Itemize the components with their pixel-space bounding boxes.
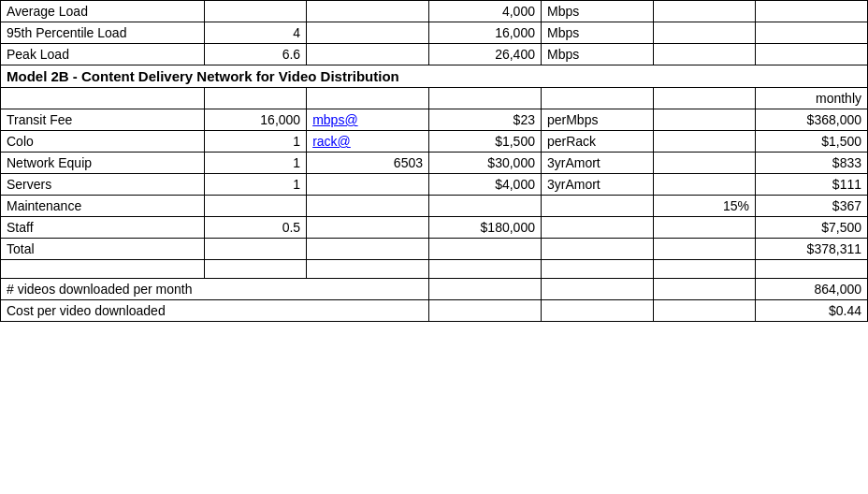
maintenance-col3	[307, 196, 429, 217]
model-header-row: Model 2B - Content Delivery Network for …	[1, 65, 868, 88]
monthly-col6	[653, 88, 755, 109]
network-equip-col6	[653, 153, 755, 174]
colo-col2: 1	[205, 131, 307, 153]
total-col4	[429, 239, 542, 260]
percentile-load-col7	[755, 22, 867, 44]
monthly-col3	[307, 88, 429, 109]
colo-row: Colo 1 rack@ $1,500 perRack $1,500	[1, 131, 868, 153]
staff-col6	[653, 217, 755, 239]
total-col5	[541, 239, 653, 260]
total-col6	[653, 239, 755, 260]
empty-col1	[1, 260, 205, 279]
average-load-col7	[755, 1, 867, 22]
total-row: Total $378,311	[1, 239, 868, 260]
servers-col6	[653, 174, 755, 196]
network-equip-col4: $30,000	[429, 153, 542, 174]
colo-label: Colo	[1, 131, 205, 153]
servers-label: Servers	[1, 174, 205, 196]
average-load-unit: Mbps	[541, 1, 653, 22]
average-load-label: Average Load	[1, 1, 205, 22]
peak-load-col7	[755, 44, 867, 65]
maintenance-monthly: $367	[755, 196, 867, 217]
colo-col4: $1,500	[429, 131, 542, 153]
colo-col5: perRack	[541, 131, 653, 153]
peak-load-col6	[653, 44, 755, 65]
transit-fee-monthly: $368,000	[755, 109, 867, 131]
monthly-col2	[205, 88, 307, 109]
videos-downloaded-col5	[541, 279, 653, 300]
total-col3	[307, 239, 429, 260]
percentile-load-value: 16,000	[429, 22, 542, 44]
transit-fee-col2: 16,000	[205, 109, 307, 131]
videos-downloaded-col4	[429, 279, 542, 300]
videos-downloaded-row: # videos downloaded per month 864,000	[1, 279, 868, 300]
total-col2	[205, 239, 307, 260]
percentile-load-col3	[307, 22, 429, 44]
average-load-value: 4,000	[429, 1, 542, 22]
percentile-load-col2: 4	[205, 22, 307, 44]
colo-monthly: $1,500	[755, 131, 867, 153]
colo-col6	[653, 131, 755, 153]
network-equip-row: Network Equip 1 6503 $30,000 3yrAmort $8…	[1, 153, 868, 174]
percentile-load-col6	[653, 22, 755, 44]
cost-per-video-col4	[429, 300, 542, 322]
maintenance-label: Maintenance	[1, 196, 205, 217]
servers-col3	[307, 174, 429, 196]
servers-col4: $4,000	[429, 174, 542, 196]
maintenance-row: Maintenance 15% $367	[1, 196, 868, 217]
staff-col2: 0.5	[205, 217, 307, 239]
cost-per-video-row: Cost per video downloaded $0.44	[1, 300, 868, 322]
network-equip-col3: 6503	[307, 153, 429, 174]
empty-col2	[205, 260, 307, 279]
peak-load-label: Peak Load	[1, 44, 205, 65]
transit-fee-label: Transit Fee	[1, 109, 205, 131]
empty-col6	[653, 260, 755, 279]
peak-load-unit: Mbps	[541, 44, 653, 65]
maintenance-col6: 15%	[653, 196, 755, 217]
maintenance-col2	[205, 196, 307, 217]
monthly-col5	[541, 88, 653, 109]
cost-per-video-value: $0.44	[755, 300, 867, 322]
transit-fee-col4: $23	[429, 109, 542, 131]
percentile-load-unit: Mbps	[541, 22, 653, 44]
staff-col4: $180,000	[429, 217, 542, 239]
model-header-label: Model 2B - Content Delivery Network for …	[1, 65, 868, 88]
network-equip-label: Network Equip	[1, 153, 205, 174]
empty-col7	[755, 260, 867, 279]
transit-fee-link[interactable]: mbps@	[307, 109, 429, 131]
servers-monthly: $111	[755, 174, 867, 196]
average-load-row: Average Load 4,000 Mbps	[1, 1, 868, 22]
cost-per-video-col5	[541, 300, 653, 322]
transit-fee-col5: perMbps	[541, 109, 653, 131]
empty-col3	[307, 260, 429, 279]
servers-row: Servers 1 $4,000 3yrAmort $111	[1, 174, 868, 196]
cost-per-video-label: Cost per video downloaded	[1, 300, 429, 322]
maintenance-col4	[429, 196, 542, 217]
cost-per-video-col6	[653, 300, 755, 322]
network-equip-col2: 1	[205, 153, 307, 174]
videos-downloaded-value: 864,000	[755, 279, 867, 300]
staff-row: Staff 0.5 $180,000 $7,500	[1, 217, 868, 239]
percentile-load-label: 95th Percentile Load	[1, 22, 205, 44]
peak-load-col2: 6.6	[205, 44, 307, 65]
servers-col2: 1	[205, 174, 307, 196]
colo-link[interactable]: rack@	[307, 131, 429, 153]
empty-col4	[429, 260, 542, 279]
average-load-col6	[653, 1, 755, 22]
videos-downloaded-label: # videos downloaded per month	[1, 279, 429, 300]
average-load-col3	[307, 1, 429, 22]
total-label: Total	[1, 239, 205, 260]
staff-label: Staff	[1, 217, 205, 239]
staff-monthly: $7,500	[755, 217, 867, 239]
servers-col5: 3yrAmort	[541, 174, 653, 196]
transit-fee-row: Transit Fee 16,000 mbps@ $23 perMbps $36…	[1, 109, 868, 131]
monthly-label: monthly	[755, 88, 867, 109]
peak-load-value: 26,400	[429, 44, 542, 65]
average-load-col2	[205, 1, 307, 22]
peak-load-col3	[307, 44, 429, 65]
network-equip-col5: 3yrAmort	[541, 153, 653, 174]
empty-row	[1, 260, 868, 279]
staff-col3	[307, 217, 429, 239]
maintenance-col5	[541, 196, 653, 217]
empty-col5	[541, 260, 653, 279]
